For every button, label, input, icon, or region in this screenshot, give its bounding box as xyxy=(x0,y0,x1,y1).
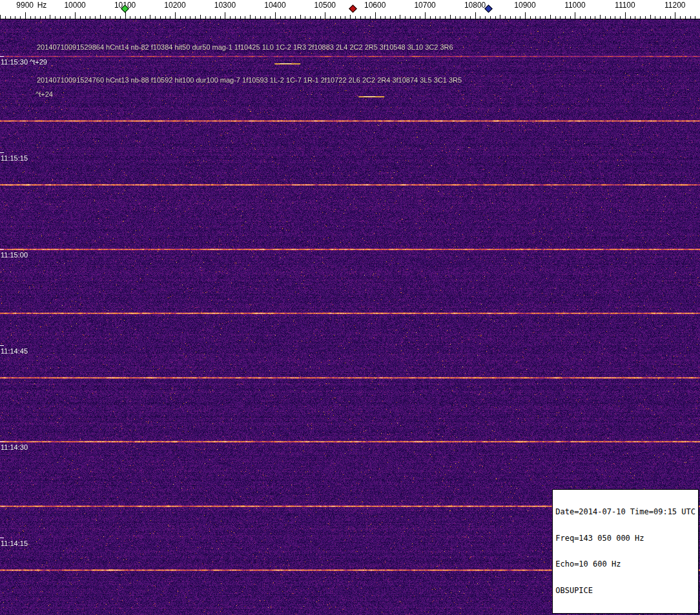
time-label: 11:15:00 xyxy=(1,251,28,259)
freq-tick xyxy=(175,12,176,19)
time-label: 11:14:45 xyxy=(1,347,28,355)
freq-tick xyxy=(235,16,236,19)
freq-tick xyxy=(655,16,655,19)
freq-tick xyxy=(630,16,631,19)
freq-tick xyxy=(170,16,170,19)
freq-tick xyxy=(190,16,190,19)
detection-tag: ^t+24 xyxy=(36,90,53,98)
waterfall-area: 11:15:30 ^t+2911:15:1511:15:0011:14:4511… xyxy=(0,19,700,615)
freq-tick xyxy=(380,16,381,19)
freq-tick xyxy=(205,16,206,19)
freq-tick xyxy=(345,16,345,19)
freq-tick xyxy=(410,16,411,19)
freq-tick-label: 11000 xyxy=(564,1,585,10)
freq-tick xyxy=(450,15,451,19)
freq-tick xyxy=(115,16,116,19)
time-label: 11:14:30 xyxy=(1,443,28,451)
freq-tick-label: 9900 xyxy=(16,1,34,10)
freq-tick xyxy=(440,16,440,19)
station-info-box: Date=2014-07-10 Time=09:15 UTC Freq=143 … xyxy=(552,489,699,614)
freq-tick xyxy=(5,16,6,19)
freq-tick-label: 10500 xyxy=(314,1,336,10)
freq-tick xyxy=(610,16,611,19)
time-label: 11:14:15 xyxy=(1,539,28,547)
freq-tick-label: 10700 xyxy=(414,1,435,10)
freq-tick xyxy=(650,15,651,19)
freq-tick xyxy=(70,16,70,19)
freq-tick xyxy=(550,15,551,19)
freq-tick xyxy=(195,16,196,19)
freq-tick xyxy=(510,16,511,19)
freq-tick xyxy=(155,16,156,19)
freq-tick xyxy=(580,16,581,19)
freq-tick xyxy=(640,16,641,19)
time-label: 11:15:15 xyxy=(1,154,28,162)
freq-tick xyxy=(420,16,420,19)
freq-tick xyxy=(90,16,90,19)
freq-tick xyxy=(210,16,211,19)
freq-tick xyxy=(55,16,56,19)
freq-tick-label: 11100 xyxy=(615,1,635,10)
freq-tick xyxy=(355,16,356,19)
freq-tick xyxy=(405,16,406,19)
detection-annotation: 20140710091524760 hCnt13 nb-88 f10592 hi… xyxy=(37,76,462,84)
freq-tick xyxy=(625,12,626,19)
freq-tick-label: 10200 xyxy=(164,1,185,10)
freq-tick xyxy=(375,12,376,19)
freq-tick xyxy=(500,15,500,19)
freq-tick xyxy=(620,16,621,19)
freq-tick-label: 10900 xyxy=(514,1,535,10)
freq-tick xyxy=(575,12,575,19)
freq-tick xyxy=(570,16,571,19)
freq-tick xyxy=(0,15,1,19)
info-date-line: Date=2014-07-10 Time=09:15 UTC xyxy=(555,508,695,517)
freq-tick xyxy=(75,12,76,19)
freq-tick xyxy=(135,16,136,19)
freq-tick xyxy=(60,16,61,19)
freq-tick xyxy=(480,16,480,19)
freq-tick xyxy=(430,16,431,19)
freq-tick xyxy=(40,16,41,19)
freq-tick xyxy=(150,15,150,19)
freq-tick xyxy=(30,16,31,19)
red-marker-icon[interactable] xyxy=(349,5,358,13)
freq-tick xyxy=(260,16,261,19)
freq-tick xyxy=(220,16,221,19)
freq-tick xyxy=(680,16,681,19)
freq-tick xyxy=(445,16,446,19)
freq-tick xyxy=(415,16,416,19)
freq-tick xyxy=(660,16,661,19)
freq-tick xyxy=(240,16,241,19)
freq-tick xyxy=(50,15,50,19)
freq-tick xyxy=(330,16,331,19)
freq-tick xyxy=(335,16,336,19)
freq-tick xyxy=(600,15,601,19)
freq-tick xyxy=(690,16,691,19)
freq-tick xyxy=(25,12,26,19)
freq-tick xyxy=(595,16,595,19)
freq-tick xyxy=(525,12,526,19)
freq-tick xyxy=(200,15,201,19)
freq-tick xyxy=(530,16,531,19)
freq-tick-label: 10000 xyxy=(64,1,85,10)
freq-tick xyxy=(45,16,46,19)
freq-tick xyxy=(165,16,166,19)
freq-tick xyxy=(555,16,556,19)
freq-tick xyxy=(365,16,365,19)
freq-tick xyxy=(490,16,491,19)
freq-unit-label: Hz xyxy=(37,1,47,10)
freq-tick xyxy=(485,16,486,19)
freq-tick xyxy=(460,16,460,19)
freq-tick xyxy=(310,16,311,19)
freq-tick xyxy=(80,16,81,19)
freq-tick-label: 10400 xyxy=(264,1,285,10)
freq-tick xyxy=(20,16,21,19)
freq-tick xyxy=(400,15,400,19)
info-station-line: OBSUPICE xyxy=(555,587,695,596)
freq-tick xyxy=(520,16,520,19)
freq-tick xyxy=(140,16,141,19)
freq-tick xyxy=(390,16,391,19)
freq-tick xyxy=(605,16,606,19)
freq-tick xyxy=(670,16,671,19)
freq-tick xyxy=(695,16,695,19)
